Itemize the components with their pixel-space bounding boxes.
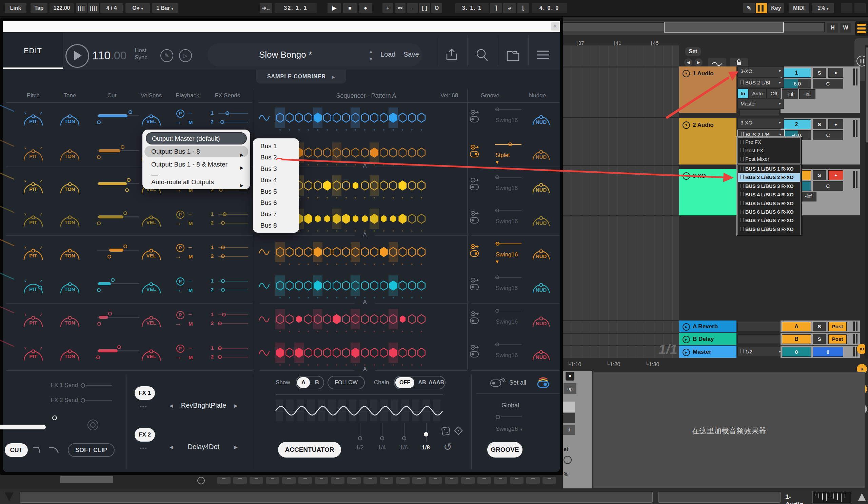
screen: Link Tap 122.00 |||| |||| 4 / 4 O● ▾ 1 B…: [0, 0, 868, 504]
annotation-arrow-2: [0, 0, 868, 504]
